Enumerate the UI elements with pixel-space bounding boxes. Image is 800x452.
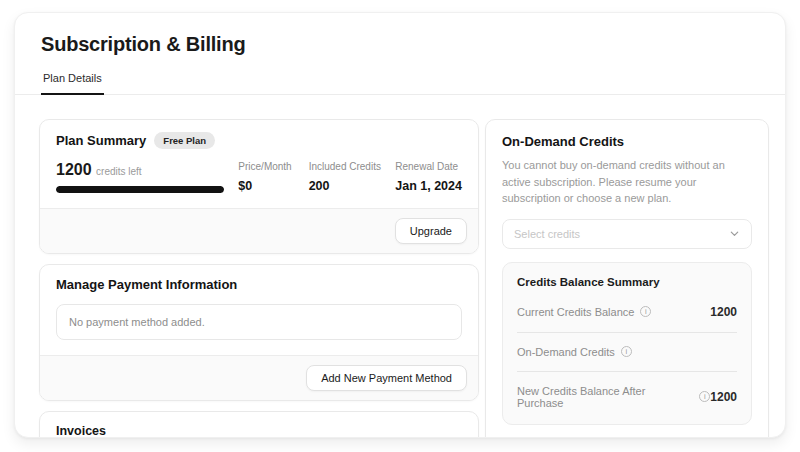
stat-value: 200 [309, 179, 381, 193]
stat-value: $0 [238, 179, 294, 193]
stat-label: Renewal Date [395, 161, 462, 172]
select-credits-placeholder: Select credits [514, 228, 580, 240]
stat-renewal-date: Renewal Date Jan 1, 2024 [395, 161, 462, 193]
info-icon[interactable]: i [699, 391, 710, 402]
upgrade-button[interactable]: Upgrade [395, 218, 467, 244]
plan-summary-title-row: Plan Summary Free Plan [56, 132, 462, 149]
plan-stats-row: 1200 credits left Price/Month $0 [56, 161, 462, 193]
summary-row-label: New Credits Balance After Purchase i [517, 385, 710, 409]
stat-label: Price/Month [238, 161, 294, 172]
on-demand-credits-card: On-Demand Credits You cannot buy on-dema… [485, 119, 769, 438]
tab-bar: Plan Details [15, 72, 785, 95]
left-column: Plan Summary Free Plan 1200 credits left [39, 119, 479, 438]
summary-label-text: Current Credits Balance [517, 306, 634, 318]
plan-summary-card: Plan Summary Free Plan 1200 credits left [39, 119, 479, 254]
credits-progress-fill [56, 186, 224, 193]
credits-progress-bar [56, 186, 224, 193]
plan-summary-body: Plan Summary Free Plan 1200 credits left [40, 120, 478, 208]
free-plan-badge: Free Plan [154, 132, 215, 149]
content-area: Plan Summary Free Plan 1200 credits left [15, 95, 785, 438]
tab-plan-details[interactable]: Plan Details [41, 72, 104, 95]
summary-row-value: 1200 [710, 390, 737, 404]
summary-row-label: Current Credits Balance i [517, 306, 651, 318]
plan-summary-title: Plan Summary [56, 133, 146, 148]
on-demand-body: On-Demand Credits You cannot buy on-dema… [486, 120, 768, 438]
credits-balance-summary-title: Credits Balance Summary [517, 276, 737, 292]
info-icon[interactable]: i [640, 306, 651, 317]
right-column: On-Demand Credits You cannot buy on-dema… [485, 119, 769, 438]
plan-summary-footer: Upgrade [40, 208, 478, 253]
page-title: Subscription & Billing [41, 33, 759, 56]
info-icon[interactable]: i [621, 346, 632, 357]
select-credits-dropdown[interactable]: Select credits [502, 219, 752, 249]
summary-label-text: New Credits Balance After Purchase [517, 385, 693, 409]
main-panel: Subscription & Billing Plan Details Plan… [14, 12, 786, 438]
on-demand-title: On-Demand Credits [502, 134, 752, 149]
payment-title: Manage Payment Information [56, 277, 462, 292]
payment-card: Manage Payment Information No payment me… [39, 264, 479, 401]
credits-remaining-value: 1200 [56, 161, 92, 178]
on-demand-description: You cannot buy on-demand credits without… [502, 157, 752, 207]
payment-body: Manage Payment Information No payment me… [40, 265, 478, 355]
chevron-down-icon [729, 228, 740, 239]
summary-row-label: On-Demand Credits i [517, 346, 632, 358]
credits-balance-summary: Credits Balance Summary Current Credits … [502, 262, 752, 425]
payment-footer: Add New Payment Method [40, 355, 478, 400]
add-payment-method-button[interactable]: Add New Payment Method [306, 365, 467, 391]
summary-row-value: 1200 [710, 305, 737, 319]
summary-row-on-demand: On-Demand Credits i [517, 332, 737, 371]
summary-row-current-balance: Current Credits Balance i 1200 [517, 292, 737, 332]
page-background: Subscription & Billing Plan Details Plan… [0, 0, 800, 452]
invoices-body: Invoices You can refer to all your past … [40, 412, 478, 438]
credits-remaining-label: credits left [96, 166, 142, 177]
summary-label-text: On-Demand Credits [517, 346, 615, 358]
stat-included-credits: Included Credits 200 [309, 161, 381, 193]
stat-value: Jan 1, 2024 [395, 179, 462, 193]
payment-empty-message: No payment method added. [56, 304, 462, 340]
stat-price-month: Price/Month $0 [238, 161, 294, 193]
credits-block: 1200 credits left [56, 161, 224, 193]
invoices-card: Invoices You can refer to all your past … [39, 411, 479, 438]
invoices-title: Invoices [56, 424, 462, 438]
summary-row-new-balance: New Credits Balance After Purchase i 120… [517, 371, 737, 422]
stat-label: Included Credits [309, 161, 381, 172]
credits-line: 1200 credits left [56, 161, 224, 179]
